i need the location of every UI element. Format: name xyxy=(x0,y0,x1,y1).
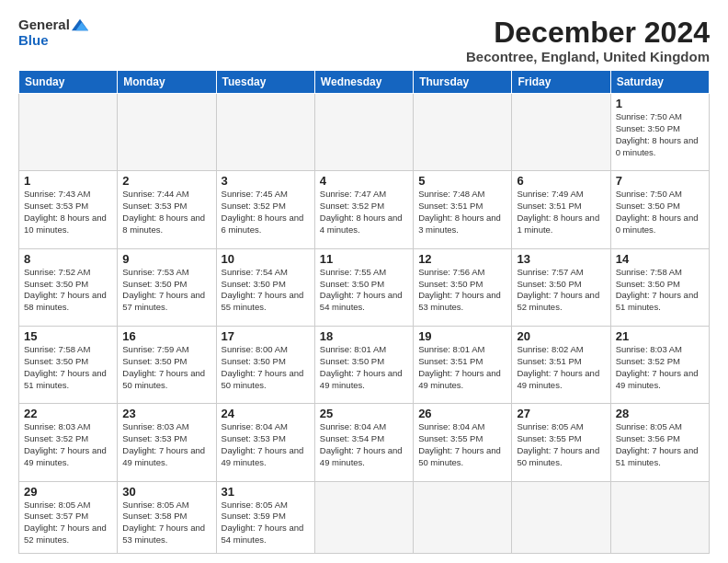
calendar-cell: 15 Sunrise: 7:58 AMSunset: 3:50 PMDaylig… xyxy=(19,327,118,404)
day-info: Sunrise: 7:59 AMSunset: 3:50 PMDaylight:… xyxy=(122,344,210,391)
calendar-cell: 28 Sunrise: 8:05 AMSunset: 3:56 PMDaylig… xyxy=(610,404,709,481)
day-number: 15 xyxy=(24,329,112,343)
day-number: 10 xyxy=(222,252,310,266)
calendar-cell: 4 Sunrise: 7:47 AMSunset: 3:52 PMDayligh… xyxy=(314,171,413,248)
day-info: Sunrise: 8:05 AMSunset: 3:55 PMDaylight:… xyxy=(517,421,605,468)
calendar-week-1: 1 Sunrise: 7:50 AMSunset: 3:50 PMDayligh… xyxy=(19,94,710,171)
day-info: Sunrise: 8:01 AMSunset: 3:51 PMDaylight:… xyxy=(418,344,506,391)
day-info: Sunrise: 7:50 AMSunset: 3:50 PMDaylight:… xyxy=(616,189,704,236)
calendar-week-2: 1 Sunrise: 7:43 AMSunset: 3:53 PMDayligh… xyxy=(19,171,710,248)
calendar-cell: 13 Sunrise: 7:57 AMSunset: 3:50 PMDaylig… xyxy=(512,248,610,326)
calendar-week-6: 29 Sunrise: 8:05 AMSunset: 3:57 PMDaylig… xyxy=(19,481,710,553)
day-info: Sunrise: 8:05 AMSunset: 3:59 PMDaylight:… xyxy=(222,500,310,546)
day-number: 25 xyxy=(320,407,408,420)
day-number: 4 xyxy=(320,174,408,188)
day-info: Sunrise: 8:01 AMSunset: 3:50 PMDaylight:… xyxy=(320,344,408,391)
calendar-cell: 2 Sunrise: 7:44 AMSunset: 3:53 PMDayligh… xyxy=(118,171,216,248)
calendar-cell: 19 Sunrise: 8:01 AMSunset: 3:51 PMDaylig… xyxy=(414,327,512,404)
day-info: Sunrise: 7:58 AMSunset: 3:50 PMDaylight:… xyxy=(24,344,112,391)
day-number: 6 xyxy=(517,174,605,188)
day-number: 1 xyxy=(24,174,112,188)
day-info: Sunrise: 7:43 AMSunset: 3:53 PMDaylight:… xyxy=(24,189,112,236)
day-number: 12 xyxy=(418,252,506,266)
calendar-week-3: 8 Sunrise: 7:52 AMSunset: 3:50 PMDayligh… xyxy=(19,248,710,326)
day-info: Sunrise: 8:05 AMSunset: 3:57 PMDaylight:… xyxy=(24,500,112,546)
day-number: 5 xyxy=(418,174,506,188)
day-number: 14 xyxy=(616,252,704,266)
day-info: Sunrise: 8:05 AMSunset: 3:56 PMDaylight:… xyxy=(616,421,704,468)
day-number: 1 xyxy=(616,97,704,110)
calendar-cell: 20 Sunrise: 8:02 AMSunset: 3:51 PMDaylig… xyxy=(512,327,610,404)
day-info: Sunrise: 8:03 AMSunset: 3:52 PMDaylight:… xyxy=(616,344,704,391)
calendar-cell: 12 Sunrise: 7:56 AMSunset: 3:50 PMDaylig… xyxy=(414,248,512,326)
calendar-cell: 1 Sunrise: 7:43 AMSunset: 3:53 PMDayligh… xyxy=(19,171,118,248)
calendar-week-5: 22 Sunrise: 8:03 AMSunset: 3:52 PMDaylig… xyxy=(19,404,710,481)
day-number: 18 xyxy=(320,329,408,343)
day-info: Sunrise: 7:55 AMSunset: 3:50 PMDaylight:… xyxy=(320,267,408,314)
logo-general: General xyxy=(18,17,70,32)
title-block: December 2024 Becontree, England, United… xyxy=(466,17,710,64)
day-info: Sunrise: 8:04 AMSunset: 3:55 PMDaylight:… xyxy=(418,421,506,468)
calendar-cell: 6 Sunrise: 7:49 AMSunset: 3:51 PMDayligh… xyxy=(512,171,610,248)
day-number: 29 xyxy=(24,485,112,499)
day-info: Sunrise: 7:47 AMSunset: 3:52 PMDaylight:… xyxy=(320,189,408,236)
calendar-cell: 26 Sunrise: 8:04 AMSunset: 3:55 PMDaylig… xyxy=(414,404,512,481)
day-info: Sunrise: 7:50 AMSunset: 3:50 PMDaylight:… xyxy=(616,111,704,158)
logo: General Blue xyxy=(18,17,88,49)
calendar-header-sunday: Sunday xyxy=(19,71,118,94)
calendar-cell: 27 Sunrise: 8:05 AMSunset: 3:55 PMDaylig… xyxy=(512,404,610,481)
calendar-cell: 23 Sunrise: 8:03 AMSunset: 3:53 PMDaylig… xyxy=(118,404,216,481)
day-number: 21 xyxy=(616,329,704,343)
day-info: Sunrise: 8:04 AMSunset: 3:53 PMDaylight:… xyxy=(222,421,310,468)
day-info: Sunrise: 7:54 AMSunset: 3:50 PMDaylight:… xyxy=(222,267,310,314)
calendar-cell: 11 Sunrise: 7:55 AMSunset: 3:50 PMDaylig… xyxy=(314,248,413,326)
day-number: 28 xyxy=(616,407,704,420)
day-number: 16 xyxy=(122,329,210,343)
calendar-cell: 10 Sunrise: 7:54 AMSunset: 3:50 PMDaylig… xyxy=(216,248,314,326)
day-number: 22 xyxy=(24,407,112,420)
day-number: 30 xyxy=(122,485,210,499)
calendar-cell: 7 Sunrise: 7:50 AMSunset: 3:50 PMDayligh… xyxy=(610,171,709,248)
day-info: Sunrise: 8:02 AMSunset: 3:51 PMDaylight:… xyxy=(517,344,605,391)
calendar-cell: 24 Sunrise: 8:04 AMSunset: 3:53 PMDaylig… xyxy=(216,404,314,481)
calendar-cell xyxy=(610,481,709,553)
day-number: 23 xyxy=(122,407,210,420)
day-info: Sunrise: 7:58 AMSunset: 3:50 PMDaylight:… xyxy=(616,267,704,314)
month-title: December 2024 xyxy=(466,17,710,49)
calendar-header-tuesday: Tuesday xyxy=(216,71,314,94)
calendar-cell xyxy=(314,481,413,553)
day-info: Sunrise: 7:53 AMSunset: 3:50 PMDaylight:… xyxy=(122,267,210,314)
day-number: 9 xyxy=(122,252,210,266)
calendar-cell xyxy=(414,94,512,171)
day-number: 8 xyxy=(24,252,112,266)
calendar-header-wednesday: Wednesday xyxy=(314,71,413,94)
calendar-cell: 21 Sunrise: 8:03 AMSunset: 3:52 PMDaylig… xyxy=(610,327,709,404)
day-number: 13 xyxy=(517,252,605,266)
day-info: Sunrise: 8:03 AMSunset: 3:53 PMDaylight:… xyxy=(122,421,210,468)
calendar-header-saturday: Saturday xyxy=(610,71,709,94)
calendar-cell xyxy=(414,481,512,553)
logo-icon xyxy=(72,18,88,31)
day-number: 31 xyxy=(222,485,310,499)
day-number: 2 xyxy=(122,174,210,188)
day-number: 3 xyxy=(222,174,310,188)
calendar-cell xyxy=(512,94,610,171)
calendar-cell xyxy=(512,481,610,553)
calendar-cell: 22 Sunrise: 8:03 AMSunset: 3:52 PMDaylig… xyxy=(19,404,118,481)
location: Becontree, England, United Kingdom xyxy=(466,49,710,64)
header: General Blue December 2024 Becontree, En… xyxy=(18,17,710,64)
calendar-cell: 1 Sunrise: 7:50 AMSunset: 3:50 PMDayligh… xyxy=(610,94,709,171)
day-info: Sunrise: 8:05 AMSunset: 3:58 PMDaylight:… xyxy=(122,500,210,546)
calendar-cell: 5 Sunrise: 7:48 AMSunset: 3:51 PMDayligh… xyxy=(414,171,512,248)
day-info: Sunrise: 7:49 AMSunset: 3:51 PMDaylight:… xyxy=(517,189,605,236)
day-number: 7 xyxy=(616,174,704,188)
logo-blue: Blue xyxy=(18,32,49,48)
day-info: Sunrise: 7:45 AMSunset: 3:52 PMDaylight:… xyxy=(222,189,310,236)
day-info: Sunrise: 7:48 AMSunset: 3:51 PMDaylight:… xyxy=(418,189,506,236)
calendar-cell: 18 Sunrise: 8:01 AMSunset: 3:50 PMDaylig… xyxy=(314,327,413,404)
calendar-cell: 16 Sunrise: 7:59 AMSunset: 3:50 PMDaylig… xyxy=(118,327,216,404)
calendar-cell xyxy=(216,94,314,171)
day-info: Sunrise: 7:56 AMSunset: 3:50 PMDaylight:… xyxy=(418,267,506,314)
day-number: 19 xyxy=(418,329,506,343)
page: General Blue December 2024 Becontree, En… xyxy=(0,0,728,563)
